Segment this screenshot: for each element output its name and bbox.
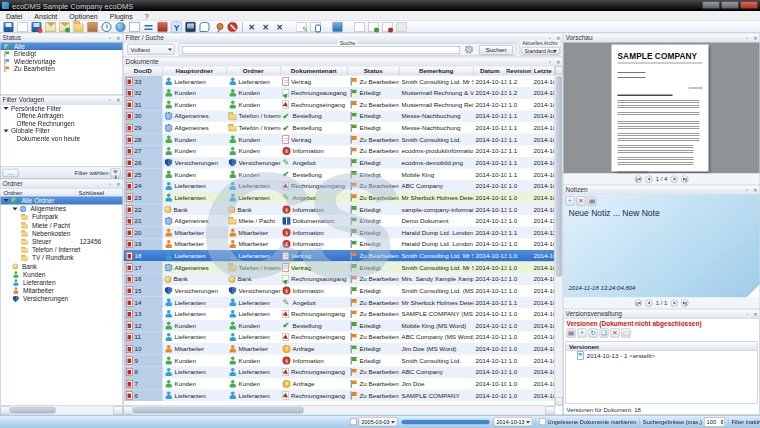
table-row[interactable]: 15VersicherungenVersicherungenInformatio… (124, 285, 555, 297)
folder-item-allgemeines[interactable]: Allgemeines (1, 205, 123, 213)
close-panel-icon[interactable]: ✕ (115, 97, 122, 104)
table-row[interactable]: 6LieferantenLieferantenRechnungseingangZ… (124, 390, 555, 402)
menu-item-ansicht[interactable]: Ansicht (28, 12, 63, 20)
folder-item-bank[interactable]: Bank (1, 262, 123, 270)
note-area[interactable]: +✕▤Neue Notiz ... New Note2014-11-18 13:… (564, 195, 760, 298)
scroll-right-arrow[interactable] (546, 407, 555, 415)
next-page-button[interactable] (670, 175, 678, 183)
settings-1-icon[interactable]: ✕ (246, 21, 257, 32)
last-page-button[interactable] (681, 175, 689, 183)
folders-hscrollbar[interactable] (1, 406, 123, 415)
column-header-status[interactable]: Status (348, 67, 400, 76)
blank-document-icon[interactable] (396, 21, 407, 32)
scroll-thumb[interactable] (11, 407, 56, 414)
delete-version-icon[interactable]: ✕ (611, 329, 620, 338)
table-row[interactable]: 19MitarbeiterMitarbeiterInformationErled… (124, 238, 555, 250)
chat-icon[interactable] (199, 21, 210, 32)
close-panel-icon[interactable]: ✕ (752, 311, 759, 318)
maximize-button[interactable] (721, 1, 739, 9)
table-row[interactable]: 25KundenKundenBestellungErledigtMobile K… (124, 169, 555, 181)
history-icon[interactable] (101, 21, 112, 32)
table-row[interactable]: 30AllgemeinesTelefon / InternetBestellun… (124, 110, 555, 122)
table-row[interactable]: 29AllgemeinesTelefon / InternetBestellun… (124, 122, 555, 134)
table-row[interactable]: 20MitarbeiterMitarbeiterInformationErled… (124, 227, 555, 239)
table-row[interactable]: 33LieferantenLieferantenVertragZu Bearbe… (124, 76, 555, 88)
search-input[interactable] (182, 46, 460, 54)
column-header-datum[interactable]: Datum (474, 67, 507, 76)
preview-document-page[interactable]: SAMPLE COMPANY (612, 45, 709, 172)
add-version-icon[interactable]: + (578, 329, 587, 338)
mail-send-icon[interactable] (45, 21, 56, 32)
table-row[interactable]: 28KundenKundenVertragZu BearbeitenSmith … (124, 134, 555, 146)
stop-icon[interactable] (227, 21, 238, 32)
filter-group[interactable]: Globale Filter (1, 127, 123, 135)
previous-page-button[interactable] (645, 175, 653, 183)
date-range-slider[interactable] (402, 420, 490, 424)
first-page-button[interactable] (635, 175, 643, 183)
scroll-down-arrow[interactable] (555, 398, 563, 406)
table-view-icon[interactable] (129, 21, 140, 32)
column-header-hauptordner[interactable]: Hauptordner (163, 67, 227, 76)
fulltext-combo[interactable]: Volltext (128, 44, 175, 55)
info-icon[interactable] (332, 21, 343, 32)
edit-document-icon[interactable] (296, 21, 307, 32)
unread-checkbox[interactable] (539, 419, 546, 426)
date-from-combo[interactable]: 2005-03-03 (359, 417, 398, 427)
filter-item[interactable]: Offene Anfragen (1, 112, 123, 120)
settings-2-icon[interactable]: ✕ (260, 21, 271, 32)
menu-item-datei[interactable]: Datei (0, 12, 28, 20)
expand-arrow-icon[interactable] (4, 199, 9, 202)
expand-arrow-icon[interactable] (4, 107, 9, 110)
table-row[interactable]: 9KundenKundenInformationErledigtSmith Co… (124, 355, 555, 367)
table-row[interactable]: 18LieferantenLieferantenVertragZu Bearbe… (124, 250, 555, 262)
float-panel-icon[interactable]: ▫ (744, 187, 751, 194)
float-panel-icon[interactable]: ▫ (744, 311, 751, 318)
filter-item[interactable]: Dokumente von heute (1, 135, 123, 143)
mail-receive-icon[interactable] (59, 21, 70, 32)
table-row[interactable]: 8LieferantenLieferantenRechnungseingangZ… (124, 366, 555, 378)
documents-vscrollbar[interactable] (555, 67, 563, 406)
scroll-right-arrow[interactable] (114, 407, 123, 415)
next-note-button[interactable] (670, 299, 678, 307)
blank-version-icon[interactable]: ▢ (622, 329, 631, 338)
close-panel-icon[interactable]: ✕ (752, 187, 759, 194)
folder-item-tvrundfunk[interactable]: TV / Rundfunk (1, 254, 123, 262)
new-document-icon[interactable] (354, 21, 365, 32)
float-panel-icon[interactable]: ▫ (744, 35, 751, 42)
float-panel-icon[interactable]: ▫ (547, 59, 554, 66)
menu-item-optionen[interactable]: Optionen (63, 12, 103, 20)
table-row[interactable]: 10MitarbeiterMitarbeiterAnfrageErledigtJ… (124, 343, 555, 355)
float-panel-icon[interactable]: ▫ (107, 97, 114, 104)
folders-col-schluessel[interactable]: Schlüssel (76, 189, 123, 197)
results-spinner[interactable]: 100 (704, 417, 725, 426)
export-document-icon[interactable] (17, 21, 28, 32)
float-panel-icon[interactable]: ▫ (107, 35, 114, 42)
minimize-button[interactable] (702, 1, 720, 9)
filter-item[interactable]: Offene Rechnungen (1, 120, 123, 128)
attach-document-icon[interactable] (310, 21, 321, 32)
expand-arrow-icon[interactable] (4, 129, 9, 132)
add-note-icon[interactable]: + (566, 197, 575, 206)
reconcile-icon[interactable] (143, 21, 154, 32)
previous-note-button[interactable] (645, 299, 653, 307)
menu-item-?[interactable]: ? (139, 12, 155, 20)
scroll-left-arrow[interactable] (1, 407, 10, 415)
table-row[interactable]: 31KundenKundenRechnungseingangZu Bearbei… (124, 99, 555, 111)
table-row[interactable]: 16BankBankRechnungsausgangZu BearbeitenM… (124, 273, 555, 285)
user-tree-icon[interactable]: Y (171, 21, 182, 32)
folder-item-mietepacht[interactable]: Miete / Pacht (1, 221, 123, 229)
folder-item-mitarbeiter[interactable]: Mitarbeiter (1, 287, 123, 295)
folder-item-steuer[interactable]: Steuer123456 (1, 237, 123, 245)
folder-item-fuhrpark[interactable]: Fuhrpark (1, 213, 123, 221)
column-header-ordner[interactable]: Ordner (227, 67, 281, 76)
folder-item-versicherungen[interactable]: Versicherungen (1, 295, 123, 303)
table-row[interactable]: 24LieferantenLieferantenRechnungseingang… (124, 180, 555, 192)
more-filters-button[interactable]: ... (3, 169, 19, 177)
save-icon[interactable] (3, 21, 14, 32)
close-panel-icon[interactable]: ✕ (555, 59, 562, 66)
float-panel-icon[interactable]: ▫ (107, 181, 114, 188)
folders-col-ordner[interactable]: Ordner (1, 189, 76, 197)
close-button[interactable] (740, 1, 758, 9)
refresh-version-icon[interactable]: ↻ (589, 329, 598, 338)
folder-item-alleordner[interactable]: Alle Ordner (1, 197, 123, 205)
